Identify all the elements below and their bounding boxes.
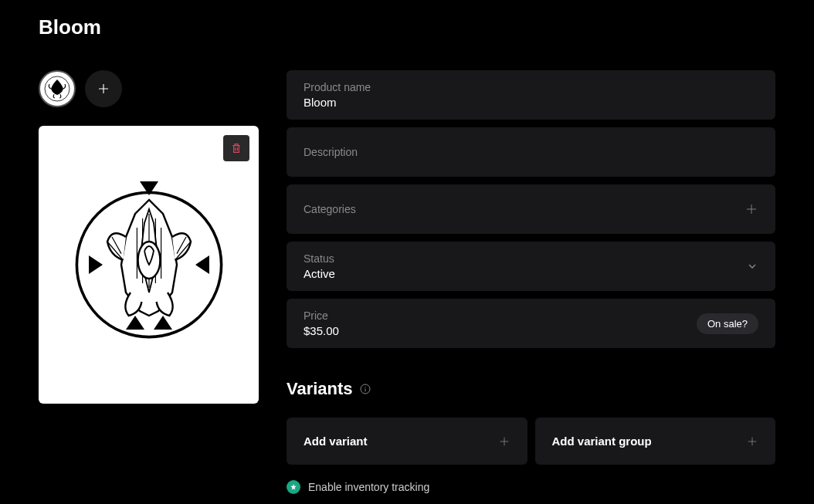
variants-section-title: Variants: [287, 379, 353, 399]
info-icon: [359, 383, 371, 395]
product-name-field[interactable]: Product name Bloom: [287, 70, 775, 120]
svg-point-4: [365, 387, 365, 387]
add-variant-label: Add variant: [304, 435, 368, 448]
add-variant-button[interactable]: Add variant: [287, 418, 527, 465]
status-label: Status: [304, 252, 746, 265]
product-name-value: Bloom: [304, 96, 758, 109]
description-label: Description: [304, 146, 758, 158]
status-value: Active: [304, 267, 746, 280]
flower-thumb-icon: [42, 73, 73, 104]
add-variant-group-button[interactable]: Add variant group: [535, 418, 776, 465]
thumbnail-row: [39, 70, 259, 107]
status-field[interactable]: Status Active: [287, 242, 775, 291]
star-badge-icon: [287, 480, 300, 494]
flower-illustration-icon: [56, 172, 242, 357]
status-dropdown-toggle[interactable]: [746, 260, 758, 272]
plus-icon: [746, 435, 758, 448]
enable-inventory-toggle[interactable]: Enable inventory tracking: [287, 480, 775, 494]
trash-icon: [230, 142, 243, 154]
price-value: $35.00: [304, 324, 697, 337]
inventory-label: Enable inventory tracking: [308, 481, 429, 493]
chevron-down-icon: [746, 260, 758, 272]
page-title: Bloom: [39, 15, 775, 39]
add-category-button[interactable]: [744, 202, 758, 216]
plus-icon: [744, 202, 758, 216]
variants-info-button[interactable]: [359, 383, 371, 395]
add-variant-group-label: Add variant group: [552, 435, 652, 448]
description-field[interactable]: Description: [287, 127, 775, 177]
delete-image-button[interactable]: [223, 135, 249, 161]
categories-label: Categories: [304, 203, 744, 215]
categories-field[interactable]: Categories: [287, 184, 775, 234]
product-image-preview: [39, 126, 259, 404]
add-image-button[interactable]: [85, 70, 122, 107]
price-label: Price: [304, 310, 697, 322]
product-name-label: Product name: [304, 81, 758, 93]
price-field[interactable]: Price $35.00 On sale?: [287, 299, 775, 348]
plus-icon: [97, 82, 110, 96]
thumbnail-selected[interactable]: [39, 70, 76, 107]
plus-icon: [498, 435, 510, 448]
on-sale-button[interactable]: On sale?: [697, 313, 758, 334]
